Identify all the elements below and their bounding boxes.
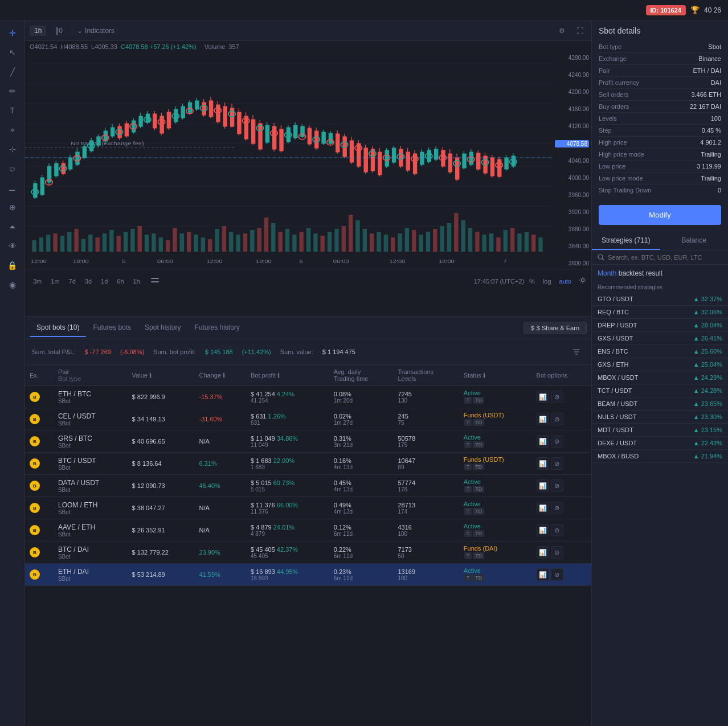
timeframe-bar[interactable]: ǁ0 bbox=[51, 26, 67, 36]
share-earn-button[interactable]: $ $ Share & Earn bbox=[523, 322, 587, 334]
tab-spot-bots[interactable]: Spot bots (10) bbox=[30, 319, 86, 337]
emoji-tool[interactable]: ☺ bbox=[5, 161, 21, 177]
draw-tool[interactable]: ✏ bbox=[5, 83, 21, 99]
table-row[interactable]: B BTC / USDT SBot $ 8 136.64 6.31% $ 1 6… bbox=[25, 453, 591, 475]
tab-balance[interactable]: Balance bbox=[660, 232, 729, 250]
strategy-search-input[interactable] bbox=[608, 254, 722, 261]
trend-line-tool[interactable]: ╱ bbox=[5, 64, 21, 80]
strategy-item[interactable]: REQ / BTC ▲32.06% bbox=[592, 306, 728, 319]
cancel-btn[interactable]: ⊘ bbox=[551, 524, 563, 536]
cell-bot-profit: $ 5 015 60.73% 5 015 bbox=[246, 475, 329, 497]
chart-btn[interactable]: 📊 bbox=[537, 524, 549, 536]
period-7d[interactable]: 7d bbox=[66, 277, 79, 286]
bots-table-wrap[interactable]: Ex. PairBot type Value ℹ Change ℹ Bot pr… bbox=[25, 365, 591, 726]
tab-spot-history[interactable]: Spot history bbox=[138, 319, 187, 337]
cancel-btn[interactable]: ⊘ bbox=[551, 568, 563, 581]
strategy-item[interactable]: NULS / USDT ▲23.30% bbox=[592, 411, 728, 424]
sum-value-label: Sum. value: bbox=[280, 348, 313, 355]
zoom-tool[interactable]: ⊕ bbox=[5, 199, 21, 215]
table-row[interactable]: B GRS / BTC SBot $ 40 696.65 N/A $ 11 04… bbox=[25, 430, 591, 453]
eye-bottom-tool[interactable]: ◉ bbox=[5, 277, 21, 293]
text-tool[interactable]: T bbox=[5, 102, 21, 118]
price-4000: 4000.00 bbox=[555, 175, 589, 181]
eye-tool[interactable]: 👁 bbox=[5, 238, 21, 254]
measure-tool[interactable]: ⊹ bbox=[5, 141, 21, 157]
period-1m[interactable]: 1m bbox=[47, 277, 63, 286]
svg-rect-12 bbox=[32, 240, 36, 252]
chart-fullscreen-btn[interactable]: ⛶ bbox=[573, 24, 587, 38]
table-row[interactable]: B DATA / USDT SBot $ 12 090.73 46.40% $ … bbox=[25, 475, 591, 497]
period-3m[interactable]: 3m bbox=[30, 277, 45, 286]
modify-button[interactable]: Modify bbox=[599, 205, 721, 225]
svg-rect-77 bbox=[489, 233, 493, 252]
chart-main[interactable]: No trading (exchange fee) bbox=[25, 52, 553, 269]
percent-btn[interactable]: % bbox=[526, 277, 538, 286]
svg-rect-177 bbox=[357, 143, 361, 166]
chart-btn[interactable]: 📊 bbox=[537, 457, 549, 470]
strategy-list[interactable]: GTO / USDT ▲32.37% REQ / BTC ▲32.06% DRE… bbox=[592, 293, 728, 726]
table-row[interactable]: B AAVE / ETH SBot $ 26 352.91 N/A $ 4 87… bbox=[25, 519, 591, 542]
cancel-btn[interactable]: ⊘ bbox=[551, 457, 563, 470]
chart-btn[interactable]: 📊 bbox=[537, 502, 549, 514]
log-btn[interactable]: log bbox=[540, 277, 554, 286]
filter-button[interactable] bbox=[569, 344, 584, 360]
cancel-btn[interactable]: ⊘ bbox=[551, 413, 563, 425]
exchange-icon: B bbox=[30, 547, 40, 557]
chart-settings-btn[interactable]: ⚙ bbox=[555, 24, 569, 38]
compare-btn[interactable] bbox=[150, 276, 159, 286]
pencil-tool[interactable]: ⚊ bbox=[5, 180, 21, 196]
strategy-item[interactable]: MBOX / USDT ▲24.29% bbox=[592, 371, 728, 384]
chart-canvas[interactable]: No trading (exchange fee) bbox=[25, 52, 591, 269]
cancel-btn[interactable]: ⊘ bbox=[551, 479, 563, 492]
chart-btn[interactable]: 📊 bbox=[537, 391, 549, 403]
chart-btn[interactable]: 📊 bbox=[537, 435, 549, 448]
chart-btn[interactable]: 📊 bbox=[537, 568, 549, 581]
strategy-item[interactable]: MDT / USDT ▲23.15% bbox=[592, 424, 728, 437]
cancel-btn[interactable]: ⊘ bbox=[551, 391, 563, 403]
chart-btn[interactable]: 📊 bbox=[537, 479, 549, 492]
strategy-item[interactable]: MBOX / BUSD ▲21.94% bbox=[592, 450, 728, 463]
svg-rect-38 bbox=[215, 229, 219, 252]
price-3840: 3840.00 bbox=[555, 243, 589, 249]
tab-futures-bots[interactable]: Futures bots bbox=[86, 319, 138, 337]
table-row[interactable]: B ETH / BTC SBot $ 822 996.9 -15.37% $ 4… bbox=[25, 386, 591, 408]
period-6h[interactable]: 6h bbox=[113, 277, 127, 286]
period-1h[interactable]: 1h bbox=[130, 277, 144, 286]
cursor-tool[interactable]: ↖ bbox=[5, 44, 21, 60]
table-row[interactable]: B CEL / USDT SBot $ 34 149.13 -31.60% $ … bbox=[25, 408, 591, 430]
lock-tool[interactable]: 🔒 bbox=[5, 257, 21, 273]
table-row[interactable]: B ETH / DAI SBot $ 53 214.89 41.59% $ 16… bbox=[25, 564, 591, 586]
svg-rect-62 bbox=[384, 235, 388, 252]
strategy-item[interactable]: BEAM / USDT ▲23.65% bbox=[592, 397, 728, 411]
strategy-item[interactable]: TCT / USDT ▲24.28% bbox=[592, 384, 728, 397]
table-row[interactable]: B BTC / DAI SBot $ 132 779.22 23.90% $ 4… bbox=[25, 542, 591, 564]
strategy-item[interactable]: DREP / USDT ▲28.04% bbox=[592, 319, 728, 332]
tab-futures-history[interactable]: Futures history bbox=[187, 319, 246, 337]
tab-strategies[interactable]: Strategies (711) bbox=[592, 232, 660, 250]
strategy-item[interactable]: DEXE / USDT ▲22.43% bbox=[592, 437, 728, 450]
chart-settings-gear[interactable] bbox=[579, 276, 587, 286]
cancel-btn[interactable]: ⊘ bbox=[551, 435, 563, 448]
price-4200: 4200.00 bbox=[555, 89, 589, 95]
shape-tool[interactable]: ⌖ bbox=[5, 122, 21, 138]
timeframe-1h[interactable]: 1h bbox=[30, 26, 46, 36]
strategy-item[interactable]: GTO / USDT ▲32.37% bbox=[592, 293, 728, 306]
auto-btn[interactable]: auto bbox=[557, 277, 574, 286]
cell-pair: BTC / DAI SBot bbox=[54, 542, 128, 564]
cancel-btn[interactable]: ⊘ bbox=[551, 502, 563, 514]
table-row[interactable]: B LOOM / ETH SBot $ 38 047.27 N/A $ 11 3… bbox=[25, 497, 591, 519]
alert-tool[interactable]: ⏶ bbox=[5, 219, 21, 235]
cancel-btn[interactable]: ⊘ bbox=[551, 546, 563, 559]
period-1d[interactable]: 1d bbox=[97, 277, 111, 286]
chart-btn[interactable]: 📊 bbox=[537, 546, 549, 559]
period-3d[interactable]: 3d bbox=[81, 277, 95, 286]
sbot-field-row: Low price3 119.99 bbox=[599, 161, 721, 173]
cell-change: N/A bbox=[194, 519, 246, 542]
strategy-item[interactable]: GXS / USDT ▲26.41% bbox=[592, 332, 728, 345]
indicators-button[interactable]: ⌄ Indicators bbox=[77, 27, 114, 35]
svg-rect-16 bbox=[60, 236, 64, 252]
crosshair-tool[interactable]: ✛ bbox=[5, 25, 21, 41]
strategy-item[interactable]: GXS / ETH ▲25.04% bbox=[592, 358, 728, 371]
chart-btn[interactable]: 📊 bbox=[537, 413, 549, 425]
strategy-item[interactable]: ENS / BTC ▲25.60% bbox=[592, 345, 728, 358]
